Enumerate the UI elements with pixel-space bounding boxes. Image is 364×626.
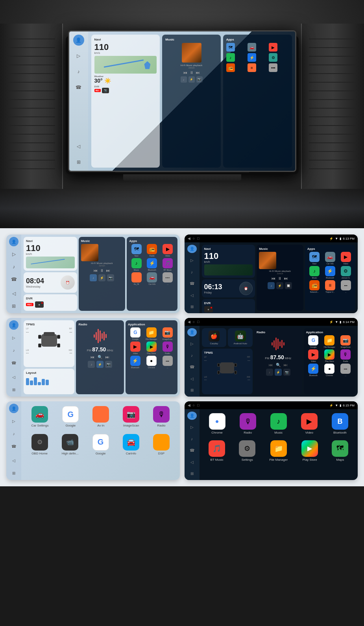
sc2-cam-icon-sm[interactable]: 🔲 [285, 282, 292, 289]
sc6-chrome[interactable]: ● Chrome [209, 413, 225, 435]
back-icon[interactable]: ◀ [188, 236, 190, 240]
sc2-app-carinfo[interactable]: 🚗 Car Info [323, 252, 337, 265]
sc2-app-toppai[interactable]: ≡ Toppai V... [323, 280, 337, 293]
sc1-bt-icon-sm[interactable]: ⚡ [98, 274, 105, 281]
sc3-app-chrome[interactable]: ● Chrome [144, 356, 159, 369]
sc5-avin[interactable]: Av In [92, 406, 109, 428]
sc4-app-chrome[interactable]: ● Chrome [322, 364, 337, 377]
app-more[interactable]: ••• [269, 63, 277, 72]
sc4-note-icon[interactable]: ♪ [266, 369, 273, 376]
sc4-app-video[interactable]: ▶ Video [306, 349, 321, 362]
sc3-app-radio[interactable]: 🎙 Radio [160, 342, 175, 355]
sc5-carinfo[interactable]: 🚘 CarInfo [123, 434, 139, 456]
app-music[interactable]: ♪ [226, 53, 235, 62]
sc3-app-google[interactable]: G Google [128, 327, 143, 340]
sc6-circle-icon[interactable]: ○ [193, 403, 195, 407]
sc4-circle-icon[interactable]: ○ [193, 320, 195, 324]
sc5-radio[interactable]: 🎙 Radio [153, 406, 170, 428]
sc5-imgscan[interactable]: 📷 ImageScan [123, 406, 139, 428]
sc2-app-navi[interactable]: 🗺 Navi [307, 252, 322, 265]
sc3-cam-icon[interactable]: 📷 [105, 361, 112, 368]
sc3-app-bt[interactable]: ⚡ Bluetooth [128, 356, 143, 369]
sc3-prev-icon[interactable]: ⏮ [91, 355, 94, 359]
sc5-google[interactable]: G Google [62, 406, 79, 428]
sc4-search-icon[interactable]: 🔍 [276, 363, 281, 367]
sc4-app-files[interactable]: 📁 File Manager [322, 335, 337, 348]
sc2-music-icon-sm[interactable]: ♪ [268, 282, 275, 289]
next-icon[interactable]: ⏭ [106, 268, 110, 273]
app-item-btmusic[interactable]: 🎵 BT Music [161, 258, 175, 271]
sc4-prev-icon[interactable]: ⏮ [269, 363, 273, 367]
sc3-app-playstore[interactable]: ▶ Play Store [144, 342, 159, 355]
sc2-bt-icon-sm[interactable]: ⚡ [276, 282, 283, 289]
app-navi[interactable]: 🗺 [226, 43, 235, 52]
sc6-maps[interactable]: 🗺 Maps [332, 440, 348, 462]
app-junsun[interactable]: ⚙ [269, 53, 277, 62]
sc4-carplay-panel[interactable]: 🍎 Carplay [202, 328, 227, 347]
sc6-bluetooth[interactable]: B Bluetooth [332, 413, 348, 435]
sc4-app-playstore[interactable]: ▶ Play Store [322, 349, 337, 362]
circle-icon[interactable]: ○ [193, 236, 195, 240]
app-bluetooth[interactable]: ⚡ [248, 53, 256, 62]
sc4-app-radio[interactable]: 🎙 Radio [338, 349, 353, 362]
sc6-music[interactable]: ♪ Music [270, 413, 287, 435]
app-toppai[interactable]: ≡ [248, 63, 256, 72]
sc2-pause[interactable]: ⏸ [278, 276, 282, 281]
app-item-avin[interactable]: Av_IN [129, 272, 144, 285]
sc3-search-icon[interactable]: 🔍 [98, 355, 102, 359]
sc2-app-music[interactable]: ♪ Music [307, 266, 322, 279]
app-video[interactable]: ▶ [269, 43, 277, 52]
sc4-app-google[interactable]: G Google [306, 335, 321, 348]
sc4-app-imgscan[interactable]: 📷 ImageScan [338, 335, 353, 348]
sc6-btmusic[interactable]: 🎵 BT Music [209, 440, 225, 462]
sc4-app-bt[interactable]: ⚡ Bluetooth [306, 364, 321, 377]
sc1-cam-icon-sm[interactable]: 📷 [107, 274, 114, 281]
sc2-app-more[interactable]: ••• ... [338, 280, 353, 293]
sc4-android-panel[interactable]: 🤖 Android Auto [228, 328, 253, 347]
app-item-navi[interactable]: 🗺 Navi [129, 244, 144, 257]
sc6-filemanager[interactable]: 📁 File Manager [269, 440, 288, 462]
sc3-app-files[interactable]: 📁 File Manager [144, 327, 159, 340]
pause-icon[interactable]: ⏸ [100, 268, 104, 273]
sc2-app-junsun[interactable]: ⚙ Junsun S. [338, 266, 353, 279]
sc6-video[interactable]: ▶ Video [301, 413, 318, 435]
app-item-bluetooth[interactable]: ⚡ Bluetooth [145, 258, 159, 271]
sc5-google2[interactable]: G Google [92, 434, 109, 456]
sc4-back-icon[interactable]: ◀ [188, 320, 190, 324]
app-item-carinfo[interactable]: 🚗 Car Info [145, 272, 159, 285]
sc2-app-network[interactable]: 📻 Network... [307, 280, 322, 293]
sc2-prev[interactable]: ⏮ [272, 276, 275, 281]
sc5-recorder[interactable]: 📹 High defin... [62, 434, 79, 456]
app-item-video[interactable]: ▶ Video [161, 244, 175, 257]
sc5-obd[interactable]: ⚙ OBD Home [31, 434, 48, 456]
sc3-app-more[interactable]: ••• ... [160, 356, 175, 369]
sc2-next[interactable]: ⏭ [284, 276, 288, 281]
sc2-app-bt[interactable]: ⚡ Bluetooth [323, 266, 337, 279]
sc4-bt-icon[interactable]: ⚡ [275, 369, 282, 376]
sc6-playstore[interactable]: ▶ Play Store [301, 440, 318, 462]
sc3-next-icon[interactable]: ⏭ [105, 355, 109, 359]
sc4-next-icon[interactable]: ⏭ [284, 363, 288, 367]
sc4-square-icon[interactable]: □ [197, 320, 199, 324]
sc4-cam-icon[interactable]: 📷 [283, 369, 290, 376]
square-icon[interactable]: □ [197, 236, 199, 240]
sc1-music-icon-sm[interactable]: ♪ [90, 274, 97, 281]
app-carinfo[interactable]: 🚗 [248, 43, 256, 52]
app-item-radio[interactable]: 📻 Radio [145, 244, 159, 257]
sc5-car-settings[interactable]: 🚗 Car Settings [31, 406, 48, 428]
app-item-more[interactable]: ••• ... [161, 272, 175, 285]
sc3-app-imgscan[interactable]: 📷 ImageScan [160, 327, 175, 340]
sc3-bt-icon[interactable]: ⚡ [96, 361, 103, 368]
prev-icon[interactable]: ⏮ [94, 268, 98, 273]
sc2-app-video[interactable]: ▶ Video [338, 252, 353, 265]
sc6-square-icon[interactable]: □ [197, 403, 199, 407]
sc6-back-icon[interactable]: ◀ [188, 403, 190, 407]
sc3-note-icon[interactable]: ♪ [88, 361, 95, 368]
sc4-app-more[interactable]: ••• ... [338, 364, 353, 377]
app-item-music[interactable]: ♪ Music [129, 258, 144, 271]
sc3-app-video[interactable]: ▶ Video [128, 342, 143, 355]
app-fm[interactable]: 📻 [226, 63, 235, 72]
sc6-settings[interactable]: ⚙ Settings [239, 440, 255, 462]
sc5-dsp[interactable]: DSP [153, 434, 170, 456]
sc6-radio[interactable]: 🎙 Radio [240, 413, 256, 435]
